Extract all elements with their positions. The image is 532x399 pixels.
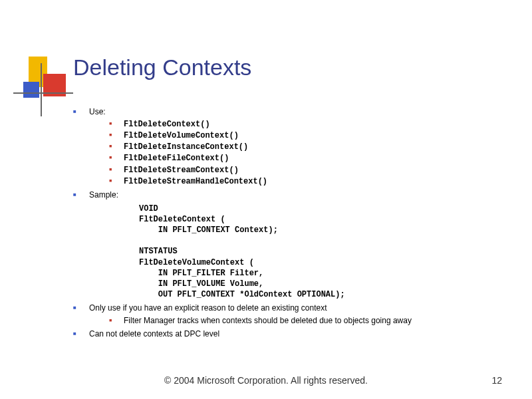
use-item: FltDeleteStreamHandleContext() [109, 176, 499, 187]
bullet-use: Use: FltDeleteContext() FltDeleteVolumeC… [73, 106, 499, 187]
slide-title: Deleting Contexts [73, 55, 251, 80]
slide-decoration [23, 57, 63, 103]
bullet-sample: Sample: [73, 190, 499, 201]
use-item: FltDeleteVolumeContext() [109, 130, 499, 141]
deco-rect-blue [23, 82, 39, 98]
sample-code: VOID FltDeleteContext ( IN PFLT_CONTEXT … [139, 203, 499, 301]
sample-code-row: VOID FltDeleteContext ( IN PFLT_CONTEXT … [73, 203, 499, 301]
deco-line-vertical [41, 63, 42, 116]
use-item: FltDeleteFileContext() [109, 153, 499, 164]
bullet-dpc: Can not delete contexts at DPC level [73, 329, 499, 340]
use-item: FltDeleteContext() [109, 119, 499, 130]
sample-label: Sample: [89, 190, 118, 200]
deco-line-horizontal [13, 92, 73, 94]
slide-content: Use: FltDeleteContext() FltDeleteVolumeC… [73, 106, 499, 342]
only-use-text: Only use if you have an explicit reason … [89, 303, 327, 313]
use-item: FltDeleteStreamContext() [109, 165, 499, 176]
page-number: 12 [491, 375, 502, 386]
bullet-only-use: Only use if you have an explicit reason … [73, 303, 499, 326]
footer-copyright: © 2004 Microsoft Corporation. All rights… [0, 375, 532, 386]
use-label: Use: [89, 107, 106, 116]
only-use-sub: Filter Manager tracks when contexts shou… [109, 315, 499, 326]
use-item: FltDeleteInstanceContext() [109, 142, 499, 152]
